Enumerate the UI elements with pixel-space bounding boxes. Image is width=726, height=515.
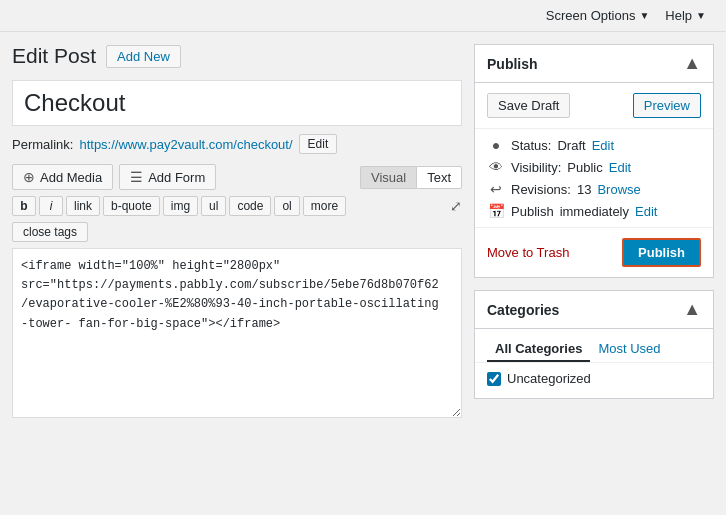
publish-time-row: 📅 Publish immediately Edit bbox=[487, 203, 701, 219]
visibility-row: 👁 Visibility: Public Edit bbox=[487, 159, 701, 175]
categories-panel-title: Categories bbox=[487, 302, 559, 318]
status-icon: ● bbox=[487, 137, 505, 153]
publish-footer: Move to Trash Publish bbox=[475, 228, 713, 277]
publish-panel-toggle-icon[interactable]: ▲ bbox=[683, 53, 701, 74]
format-row: b i link b-quote img ul code ol more ⤢ bbox=[12, 196, 462, 216]
ul-button[interactable]: ul bbox=[201, 196, 226, 216]
revisions-row: ↩ Revisions: 13 Browse bbox=[487, 181, 701, 197]
post-title-input[interactable] bbox=[12, 80, 462, 126]
add-media-label: Add Media bbox=[40, 170, 102, 185]
editor-toolbar-row: ⊕ Add Media ☰ Add Form Visual Text bbox=[12, 164, 462, 190]
visibility-label: Visibility: bbox=[511, 160, 561, 175]
add-form-icon: ☰ bbox=[130, 169, 143, 185]
permalink-edit-button[interactable]: Edit bbox=[299, 134, 338, 154]
status-label: Status: bbox=[511, 138, 551, 153]
status-value: Draft bbox=[557, 138, 585, 153]
publish-actions-row: Save Draft Preview bbox=[475, 83, 713, 129]
revisions-count: 13 bbox=[577, 182, 591, 197]
publish-time-value: immediately bbox=[560, 204, 629, 219]
add-media-icon: ⊕ bbox=[23, 169, 35, 185]
page-title: Edit Post bbox=[12, 44, 96, 68]
revisions-browse-link[interactable]: Browse bbox=[597, 182, 640, 197]
italic-button[interactable]: i bbox=[39, 196, 63, 216]
categories-panel-toggle-icon[interactable]: ▲ bbox=[683, 299, 701, 320]
close-tags-row: close tags bbox=[12, 222, 462, 242]
img-button[interactable]: img bbox=[163, 196, 198, 216]
list-item: Uncategorized bbox=[487, 371, 701, 386]
permalink-link[interactable]: https://www.pay2vault.com/checkout/ bbox=[79, 137, 292, 152]
visibility-icon: 👁 bbox=[487, 159, 505, 175]
permalink-label: Permalink: bbox=[12, 137, 73, 152]
publish-time-label: Publish bbox=[511, 204, 554, 219]
publish-panel: Publish ▲ Save Draft Preview ● Status: D… bbox=[474, 44, 714, 278]
bquote-button[interactable]: b-quote bbox=[103, 196, 160, 216]
text-tab[interactable]: Text bbox=[416, 166, 462, 189]
add-form-button[interactable]: ☰ Add Form bbox=[119, 164, 216, 190]
top-bar: Screen Options ▼ Help ▼ bbox=[0, 0, 726, 32]
code-button[interactable]: code bbox=[229, 196, 271, 216]
save-draft-button[interactable]: Save Draft bbox=[487, 93, 570, 118]
add-new-button[interactable]: Add New bbox=[106, 45, 181, 68]
publish-panel-title: Publish bbox=[487, 56, 538, 72]
publish-panel-header: Publish ▲ bbox=[475, 45, 713, 83]
help-button[interactable]: Help ▼ bbox=[657, 4, 714, 27]
status-row: ● Status: Draft Edit bbox=[487, 137, 701, 153]
all-categories-tab[interactable]: All Categories bbox=[487, 337, 590, 362]
more-button[interactable]: more bbox=[303, 196, 346, 216]
screen-options-button[interactable]: Screen Options ▼ bbox=[538, 4, 658, 27]
right-column: Publish ▲ Save Draft Preview ● Status: D… bbox=[474, 44, 714, 418]
category-label-uncategorized: Uncategorized bbox=[507, 371, 591, 386]
editor-area[interactable]: <iframe width="100%" height="2800px" src… bbox=[12, 248, 462, 418]
preview-button[interactable]: Preview bbox=[633, 93, 701, 118]
permalink-row: Permalink: https://www.pay2vault.com/che… bbox=[12, 134, 462, 154]
most-used-tab[interactable]: Most Used bbox=[590, 337, 668, 362]
editor-content: <iframe width="100%" height="2800px" src… bbox=[21, 259, 439, 331]
publish-time-icon: 📅 bbox=[487, 203, 505, 219]
add-form-label: Add Form bbox=[148, 170, 205, 185]
categories-panel-header: Categories ▲ bbox=[475, 291, 713, 329]
publish-button[interactable]: Publish bbox=[622, 238, 701, 267]
help-chevron-icon: ▼ bbox=[696, 10, 706, 21]
publish-meta: ● Status: Draft Edit 👁 Visibility: Publi… bbox=[475, 129, 713, 228]
move-to-trash-link[interactable]: Move to Trash bbox=[487, 245, 569, 260]
categories-tabs: All Categories Most Used bbox=[475, 329, 713, 363]
publish-time-edit-link[interactable]: Edit bbox=[635, 204, 657, 219]
page-title-row: Edit Post Add New bbox=[12, 44, 462, 68]
categories-panel: Categories ▲ All Categories Most Used Un… bbox=[474, 290, 714, 399]
link-button[interactable]: link bbox=[66, 196, 100, 216]
bold-button[interactable]: b bbox=[12, 196, 36, 216]
status-edit-link[interactable]: Edit bbox=[592, 138, 614, 153]
visual-tab[interactable]: Visual bbox=[360, 166, 416, 189]
visibility-value: Public bbox=[567, 160, 602, 175]
ol-button[interactable]: ol bbox=[274, 196, 299, 216]
revisions-icon: ↩ bbox=[487, 181, 505, 197]
left-column: Edit Post Add New Permalink: https://www… bbox=[12, 44, 474, 418]
screen-options-label: Screen Options bbox=[546, 8, 636, 23]
help-label: Help bbox=[665, 8, 692, 23]
main-container: Edit Post Add New Permalink: https://www… bbox=[0, 32, 726, 430]
resize-icon: ⤢ bbox=[450, 198, 462, 214]
categories-list: Uncategorized bbox=[475, 363, 713, 398]
view-tabs: Visual Text bbox=[360, 166, 462, 189]
revisions-label: Revisions: bbox=[511, 182, 571, 197]
close-tags-button[interactable]: close tags bbox=[12, 222, 88, 242]
screen-options-chevron-icon: ▼ bbox=[639, 10, 649, 21]
add-media-button[interactable]: ⊕ Add Media bbox=[12, 164, 113, 190]
visibility-edit-link[interactable]: Edit bbox=[609, 160, 631, 175]
category-checkbox-uncategorized[interactable] bbox=[487, 372, 501, 386]
